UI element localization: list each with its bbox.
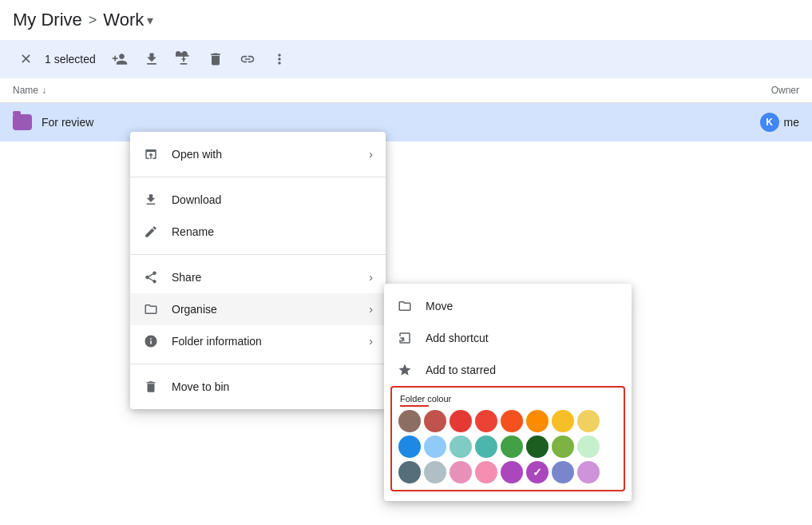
selection-toolbar: ✕ 1 selected [0,40,812,78]
colour-swatch-pink[interactable] [475,461,497,483]
share-icon [143,269,159,285]
colour-row-3 [398,461,617,483]
colour-swatch-dusty-red[interactable] [424,410,446,432]
my-drive-link[interactable]: My Drive [13,10,82,30]
menu-item-share[interactable]: Share › [130,261,386,293]
colour-swatch-teal[interactable] [475,436,497,458]
menu-item-organise[interactable]: Organise › [130,293,386,325]
colour-swatch-red2[interactable] [475,410,497,432]
selected-count: 1 selected [45,53,96,66]
current-folder-name: Work [103,10,144,30]
organise-icon [143,301,159,317]
colour-swatch-red[interactable] [450,410,472,432]
menu-label-rename: Rename [172,225,214,238]
folder-colour-label: Folder colour [398,394,617,407]
colour-grid [398,410,617,483]
add-to-drive-button[interactable] [169,45,198,74]
rename-icon [143,224,159,240]
current-folder[interactable]: Work ▾ [103,10,153,30]
file-row[interactable]: For review K me [0,103,812,141]
download-button[interactable] [137,45,166,74]
owner-column-header: Owner [671,85,799,96]
sort-icon: ↓ [42,85,46,96]
info-icon [143,333,159,349]
menu-label-share: Share [172,271,201,284]
move-icon [397,298,413,314]
menu-label-organise: Organise [172,303,217,316]
owner-name: me [784,116,799,129]
submenu-item-move[interactable]: Move [384,290,632,322]
chevron-right-organise-icon: › [369,303,373,316]
chevron-right-share-icon: › [369,271,373,284]
colour-swatch-orange-red[interactable] [501,410,523,432]
menu-divider-3 [130,364,386,364]
colour-swatch-mint[interactable] [577,436,600,458]
chevron-down-icon: ▾ [147,13,153,28]
add-person-button[interactable] [105,45,134,74]
link-button[interactable] [233,45,262,74]
submenu-label-move: Move [426,300,453,312]
breadcrumb-separator: > [89,12,97,29]
chevron-right-folder-info-icon: › [369,335,373,348]
menu-divider-1 [130,177,386,177]
open-with-icon [143,146,159,162]
organise-submenu: Move Add shortcut Add to starred Folder … [384,284,632,501]
shortcut-icon [397,330,413,346]
chevron-right-icon: › [369,148,373,161]
menu-label-folder-info: Folder information [172,335,262,348]
star-icon [397,362,413,378]
file-name: For review [42,116,671,129]
avatar: K [760,113,779,132]
colour-swatch-dark-grey[interactable] [398,461,421,483]
colour-swatch-pink-dark[interactable] [450,461,472,483]
colour-swatch-lavender[interactable] [577,461,600,483]
submenu-item-add-shortcut[interactable]: Add shortcut [384,322,632,354]
colour-swatch-dark-green[interactable] [526,436,549,458]
colour-swatch-orange[interactable] [526,410,549,432]
colour-swatch-indigo[interactable] [552,461,574,483]
colour-swatch-brown[interactable] [398,410,421,432]
colour-swatch-yellow[interactable] [552,410,574,432]
colour-swatch-light-yellow[interactable] [577,410,600,432]
submenu-label-add-shortcut: Add shortcut [426,332,489,344]
folder-icon [13,114,32,130]
colour-swatch-teal-light[interactable] [450,436,472,458]
colour-swatch-light-grey[interactable] [424,461,446,483]
colour-swatch-green[interactable] [501,436,523,458]
colour-swatch-purple[interactable] [501,461,523,483]
menu-label-move-to-bin: Move to bin [172,380,229,393]
colour-row-1 [398,410,617,432]
close-selection-button[interactable]: ✕ [13,46,38,72]
colour-swatch-light-green[interactable] [552,436,574,458]
context-menu: Open with › Download Rename Share › Orga… [130,132,386,409]
submenu-label-add-starred: Add to starred [426,364,496,376]
menu-divider-2 [130,254,386,255]
menu-item-open-with[interactable]: Open with › [130,138,386,170]
menu-item-download[interactable]: Download [130,184,386,216]
bin-icon [143,379,159,395]
menu-item-rename[interactable]: Rename [130,216,386,248]
name-label: Name [13,85,38,96]
colour-swatch-light-blue[interactable] [424,436,446,458]
file-list-header: Name ↓ Owner [0,78,812,103]
more-options-button[interactable] [265,45,294,74]
colour-row-2 [398,436,617,458]
colour-swatch-blue[interactable] [398,436,421,458]
menu-item-folder-info[interactable]: Folder information › [130,325,386,357]
colour-swatch-purple2[interactable] [526,461,549,483]
menu-label-download: Download [172,193,221,206]
owner-cell: K me [671,113,799,132]
delete-button[interactable] [201,45,230,74]
menu-item-move-to-bin[interactable]: Move to bin [130,371,386,403]
menu-label-open-with: Open with [172,148,222,161]
breadcrumb: My Drive > Work ▾ [0,0,812,40]
folder-colour-section: Folder colour [390,386,625,491]
download-icon [143,192,159,208]
submenu-item-add-starred[interactable]: Add to starred [384,354,632,386]
name-column-header[interactable]: Name ↓ [13,85,671,96]
